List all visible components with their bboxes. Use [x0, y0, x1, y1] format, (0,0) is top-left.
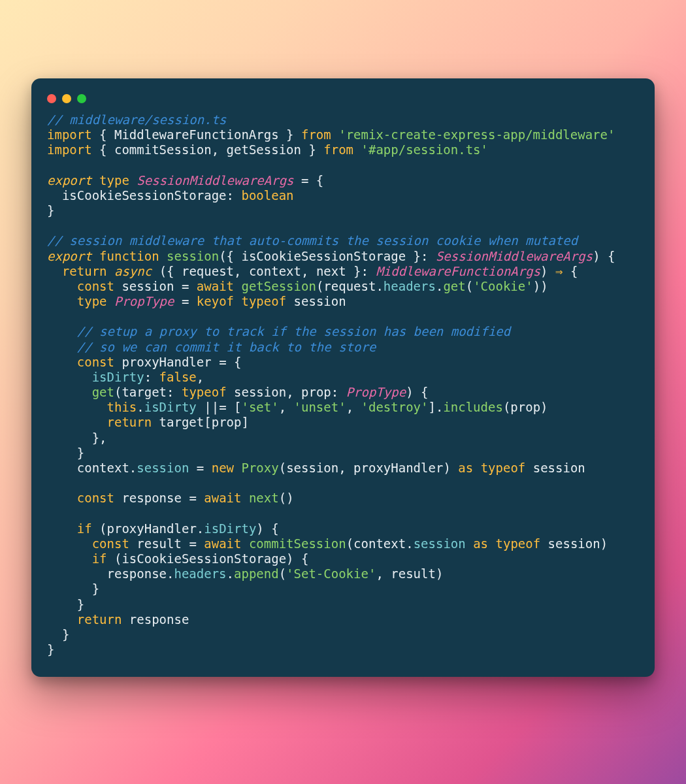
token-punc: ,	[286, 385, 301, 399]
token-string: 'set'	[241, 400, 278, 414]
token-punc: }	[47, 581, 99, 596]
token-prop: headers	[174, 566, 226, 581]
token-punc	[47, 415, 107, 429]
token-prop: isDirty	[92, 370, 144, 384]
token-func: next	[249, 491, 279, 505]
token-keyword: import	[47, 142, 92, 157]
token-keyword: typeof	[496, 536, 541, 551]
token-punc: .	[406, 536, 413, 551]
token-func: Proxy	[241, 461, 278, 475]
token-keyword: as	[473, 536, 488, 551]
token-punc	[331, 127, 338, 142]
token-prop: session	[414, 536, 466, 551]
token-punc: [	[204, 415, 211, 429]
token-string: 'Set-Cookie'	[286, 566, 376, 581]
token-punc: }	[47, 203, 54, 218]
token-prop: session	[137, 461, 189, 475]
token-punc: =	[182, 536, 204, 551]
token-punc: :	[331, 385, 346, 399]
token-punc	[227, 385, 234, 399]
token-func: getSession	[241, 279, 316, 293]
token-punc: }	[47, 597, 84, 612]
token-type: MiddlewareFunctionArgs	[376, 264, 540, 278]
token-ident: proxyHandler	[107, 521, 197, 536]
token-comment: // so we can commit it back to the store	[77, 340, 376, 354]
token-string: 'destroy'	[361, 400, 429, 414]
token-punc: .	[137, 400, 144, 414]
token-ident: prop	[510, 400, 540, 414]
token-keyword: if	[77, 521, 92, 536]
token-punc	[107, 294, 114, 308]
token-punc	[129, 173, 137, 188]
token-punc: {	[92, 142, 114, 157]
token-punc: (	[346, 536, 353, 551]
token-punc: .	[436, 279, 443, 293]
code-block: // middleware/session.ts import { Middle…	[47, 112, 639, 657]
token-func: get	[443, 279, 465, 293]
token-func: session	[167, 249, 219, 263]
token-keyword: typeof	[241, 294, 286, 308]
token-punc	[466, 536, 473, 551]
token-punc	[47, 400, 107, 414]
token-punc: ))	[533, 279, 548, 293]
token-punc: .	[197, 521, 204, 536]
token-punc	[353, 142, 361, 157]
token-punc: )	[540, 400, 547, 414]
token-punc: =	[189, 461, 211, 475]
token-keyword: await	[197, 279, 234, 293]
token-ident: context	[77, 461, 129, 475]
token-punc	[114, 355, 122, 369]
token-punc	[241, 491, 248, 505]
token-type: SessionMiddlewareArgs	[137, 173, 293, 188]
token-punc: (	[279, 461, 286, 475]
token-punc: ) {	[406, 385, 428, 399]
token-punc: ()	[279, 491, 294, 505]
token-keyword: as	[458, 461, 473, 475]
zoom-icon[interactable]	[77, 94, 86, 103]
token-punc: ) {	[286, 551, 308, 566]
token-punc	[47, 461, 77, 475]
token-keyword: new	[212, 461, 234, 475]
token-ident: session	[548, 536, 600, 551]
token-func: commitSession	[249, 536, 346, 551]
token-ident: target	[122, 385, 167, 399]
token-keyword: return	[77, 612, 122, 627]
token-punc	[47, 385, 92, 399]
token-punc: :	[227, 188, 242, 203]
token-punc: ].	[428, 400, 443, 414]
token-punc	[47, 551, 92, 566]
token-keyword: await	[204, 491, 241, 505]
token-prop: isDirty	[144, 400, 197, 414]
token-prop: headers	[384, 279, 436, 293]
token-punc: =	[174, 279, 197, 293]
token-punc: {	[563, 264, 578, 278]
token-string: 'remix-create-express-app/middleware'	[338, 127, 615, 142]
token-ident: session	[122, 279, 174, 293]
token-ident: proxyHandler	[353, 461, 443, 475]
code-window: // middleware/session.ts import { Middle…	[31, 78, 655, 677]
token-ident: session	[294, 294, 346, 308]
token-punc: ,	[197, 370, 204, 384]
token-punc: }	[279, 127, 301, 142]
token-string: 'Cookie'	[473, 279, 533, 293]
minimize-icon[interactable]	[62, 94, 71, 103]
token-ident: MiddlewareFunctionArgs	[114, 127, 279, 142]
token-func: includes	[443, 400, 503, 414]
token-keyword-it: async	[114, 264, 152, 278]
token-punc: (	[114, 385, 122, 399]
token-func: get	[92, 385, 114, 399]
token-punc: =	[174, 294, 197, 308]
window-titlebar	[47, 91, 639, 112]
token-type: SessionMiddlewareArgs	[436, 249, 593, 263]
token-punc: :	[167, 385, 182, 399]
token-punc: )	[443, 461, 458, 475]
token-punc	[152, 415, 159, 429]
close-icon[interactable]	[47, 94, 56, 103]
token-punc: )	[540, 264, 555, 278]
token-punc: .	[129, 461, 137, 475]
token-punc: )	[600, 536, 608, 551]
token-ident: response	[129, 612, 189, 627]
token-ident: isCookieSessionStorage	[122, 551, 286, 566]
token-keyword: type	[99, 173, 129, 188]
token-ident: result	[391, 566, 436, 581]
